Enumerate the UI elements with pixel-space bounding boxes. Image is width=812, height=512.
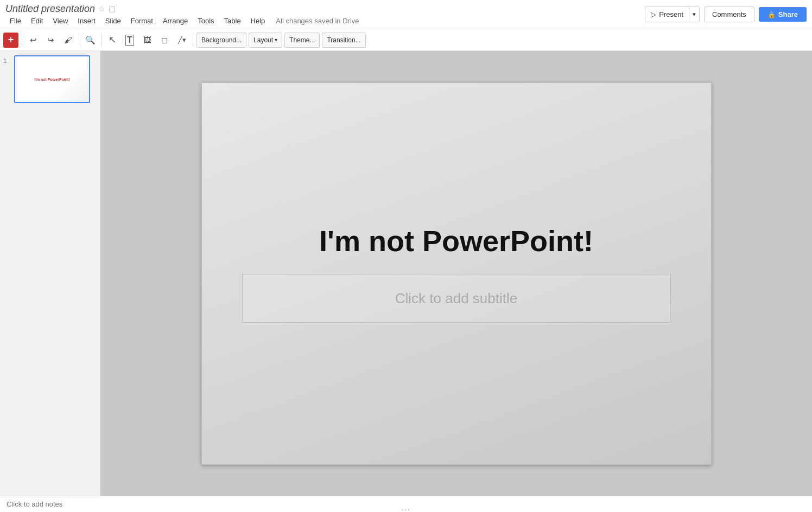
text-icon: T: [125, 35, 134, 46]
transition-button[interactable]: Transition...: [322, 33, 365, 48]
theme-label: Theme...: [289, 36, 315, 44]
background-label: Background...: [201, 36, 242, 44]
menu-tools[interactable]: Tools: [193, 16, 218, 26]
notes-bar[interactable]: Click to add notes ...: [0, 496, 812, 512]
present-button[interactable]: ▷ Present ▾: [645, 7, 700, 22]
menu-edit[interactable]: Edit: [27, 16, 47, 26]
canvas-area[interactable]: I'm not PowerPoint! Click to add subtitl…: [100, 51, 812, 496]
redo-button[interactable]: ↪: [43, 33, 58, 48]
notes-text[interactable]: Click to add notes: [7, 500, 62, 508]
slide-subtitle-placeholder[interactable]: Click to add subtitle: [395, 290, 517, 307]
select-tool-button[interactable]: ↖: [105, 33, 120, 48]
menu-bar: File Edit View Insert Slide Format Arran…: [5, 16, 645, 26]
menu-file[interactable]: File: [5, 16, 26, 26]
menu-insert[interactable]: Insert: [73, 16, 100, 26]
slide-number-1: 1: [3, 55, 11, 64]
undo-button[interactable]: ↩: [26, 33, 41, 48]
redo-icon: ↪: [47, 35, 54, 45]
menu-arrange[interactable]: Arrange: [158, 16, 192, 26]
toolbar: + ↩ ↪ 🖌 🔍 ↖ T 🖼 ◻ ╱▾ Background... Layou…: [0, 29, 812, 51]
paint-format-button[interactable]: 🖌: [60, 33, 75, 48]
line-tool-button[interactable]: ╱▾: [174, 33, 189, 48]
save-status: All changes saved in Drive: [276, 17, 359, 25]
slide-panel: 1 I'm not PowerPoint!: [0, 51, 100, 496]
share-button[interactable]: 🔒 Share: [759, 7, 807, 22]
slide-thumb-wrapper-1: 1 I'm not PowerPoint!: [3, 55, 97, 103]
slide-subtitle-box[interactable]: Click to add subtitle: [242, 274, 671, 323]
menu-slide[interactable]: Slide: [101, 16, 125, 26]
line-icon: ╱▾: [178, 36, 186, 44]
image-tool-button[interactable]: 🖼: [139, 33, 155, 48]
present-main[interactable]: ▷ Present: [645, 7, 689, 22]
select-icon: ↖: [109, 34, 116, 46]
zoom-button[interactable]: 🔍: [83, 33, 98, 48]
notes-dots: ...: [401, 503, 411, 512]
separator-1: [22, 34, 22, 47]
present-label: Present: [659, 10, 683, 18]
title-area: Untitled presentation ☆ ▢ File Edit View…: [5, 3, 645, 26]
transition-label: Transition...: [327, 36, 360, 44]
undo-icon: ↩: [30, 35, 37, 45]
image-icon: 🖼: [143, 35, 151, 44]
add-button[interactable]: +: [3, 33, 18, 48]
menu-format[interactable]: Format: [126, 16, 157, 26]
doc-title[interactable]: Untitled presentation: [5, 3, 95, 15]
header-right: ▷ Present ▾ Comments 🔒 Share: [645, 7, 807, 22]
lock-icon: 🔒: [767, 11, 776, 18]
present-screen-icon: ▷: [651, 10, 656, 18]
menu-help[interactable]: Help: [246, 16, 270, 26]
menu-table[interactable]: Table: [220, 16, 245, 26]
paint-icon: 🖌: [64, 35, 72, 44]
slide-thumbnail-1[interactable]: I'm not PowerPoint!: [14, 55, 90, 103]
slide-canvas[interactable]: I'm not PowerPoint! Click to add subtitl…: [201, 82, 712, 465]
slide-thumb-content: I'm not PowerPoint!: [34, 78, 69, 81]
theme-button[interactable]: Theme...: [284, 33, 320, 48]
comments-button[interactable]: Comments: [704, 7, 754, 22]
main-area: 1 I'm not PowerPoint! I'm not PowerPoint…: [0, 51, 812, 496]
menu-view[interactable]: View: [48, 16, 72, 26]
doc-title-row: Untitled presentation ☆ ▢: [5, 3, 645, 15]
title-bar: Untitled presentation ☆ ▢ File Edit View…: [0, 0, 812, 29]
layout-arrow: ▾: [275, 37, 277, 43]
slide-title[interactable]: I'm not PowerPoint!: [319, 224, 593, 258]
text-tool-button[interactable]: T: [122, 33, 137, 48]
layout-button[interactable]: Layout ▾: [249, 33, 282, 48]
shape-icon: ◻: [161, 35, 168, 45]
zoom-icon: 🔍: [85, 35, 96, 45]
separator-2: [79, 34, 79, 47]
star-icon[interactable]: ☆: [98, 4, 105, 13]
share-label: Share: [778, 10, 798, 18]
folder-icon[interactable]: ▢: [109, 4, 116, 13]
present-dropdown-arrow[interactable]: ▾: [689, 8, 699, 21]
background-button[interactable]: Background...: [196, 33, 246, 48]
layout-label: Layout: [253, 36, 273, 44]
separator-3: [101, 34, 101, 47]
separator-4: [193, 34, 193, 47]
shape-tool-button[interactable]: ◻: [157, 33, 172, 48]
